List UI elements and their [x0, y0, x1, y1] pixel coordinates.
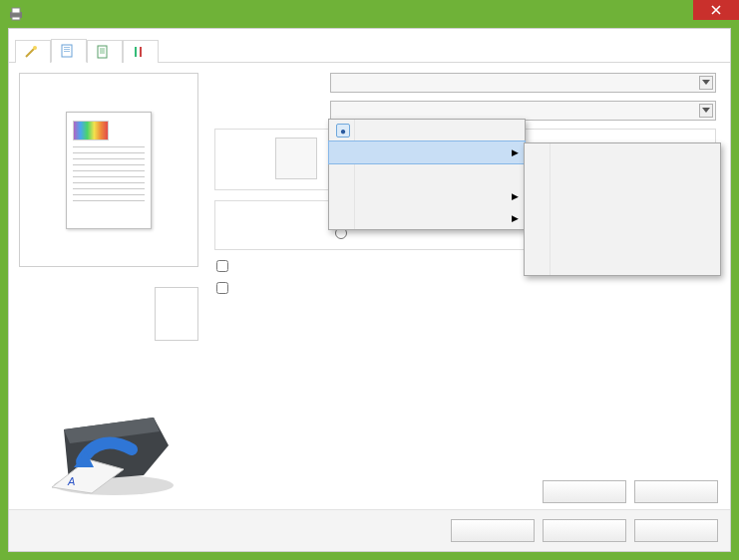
- media-type-menu[interactable]: ● ▶ ▶ ▶: [328, 119, 526, 230]
- svg-rect-8: [98, 46, 107, 58]
- photo-paper-submenu[interactable]: [524, 142, 721, 276]
- svg-rect-5: [64, 47, 70, 48]
- tabstrip: [9, 29, 730, 63]
- svg-rect-1: [12, 8, 20, 13]
- menu-item-plain-paper[interactable]: ●: [329, 120, 525, 141]
- preview-checkbox[interactable]: [216, 282, 716, 294]
- close-icon: [711, 5, 721, 15]
- menu-item-envelope[interactable]: [329, 163, 525, 185]
- svg-rect-6: [64, 49, 70, 50]
- paper-source-combo[interactable]: [330, 101, 716, 121]
- svg-point-3: [33, 46, 37, 50]
- page-icon: [96, 45, 110, 59]
- submenu-arrow-icon: ▶: [512, 191, 519, 201]
- cancel-button[interactable]: [543, 519, 626, 542]
- menu-item-pro-platinum[interactable]: [525, 165, 720, 187]
- page-preview-sheet: [66, 112, 152, 229]
- close-button[interactable]: [693, 0, 739, 20]
- document-icon: [60, 44, 74, 58]
- menu-item-photo-paper[interactable]: ▶: [329, 141, 525, 163]
- tab-quick-setup[interactable]: [15, 40, 51, 63]
- check-icon: ●: [336, 124, 350, 138]
- printer-icon: [8, 6, 24, 22]
- svg-rect-9: [135, 47, 137, 57]
- tab-maintenance[interactable]: [123, 40, 159, 63]
- menu-item-hagaki[interactable]: ▶: [329, 185, 525, 207]
- tab-main[interactable]: [51, 39, 87, 63]
- client-area: A: [8, 28, 731, 552]
- printer-illustration: A: [34, 390, 184, 499]
- submenu-arrow-icon: ▶: [512, 147, 519, 157]
- wand-icon: [24, 45, 38, 59]
- menu-item-other-paper[interactable]: ▶: [329, 207, 525, 229]
- media-type-combo[interactable]: [330, 73, 716, 93]
- tools-icon: [132, 45, 146, 59]
- left-column: A: [9, 63, 208, 509]
- svg-rect-7: [64, 51, 70, 52]
- instructions-button[interactable]: [543, 480, 626, 503]
- orientation-thumb[interactable]: [155, 287, 198, 341]
- printer-properties-window: A: [0, 0, 739, 560]
- dialog-footer: [9, 509, 730, 551]
- titlebar: [0, 0, 739, 28]
- help-button[interactable]: [634, 519, 718, 542]
- menu-item-semi-gloss[interactable]: [525, 209, 720, 231]
- menu-item-pro-luster[interactable]: [525, 187, 720, 209]
- chevron-down-icon: [699, 76, 713, 90]
- tab-page[interactable]: [87, 40, 123, 63]
- menu-item-matte[interactable]: [525, 253, 720, 275]
- ok-button[interactable]: [451, 519, 535, 542]
- menu-item-glossy[interactable]: [525, 231, 720, 253]
- svg-rect-10: [140, 47, 142, 57]
- quality-sample-icon: [275, 138, 317, 179]
- page-preview: [19, 73, 198, 267]
- chevron-down-icon: [699, 104, 713, 118]
- menu-item-glossy2[interactable]: [525, 143, 720, 165]
- defaults-button[interactable]: [634, 480, 718, 503]
- submenu-arrow-icon: ▶: [512, 213, 519, 223]
- svg-rect-2: [12, 17, 20, 20]
- svg-text:A: A: [67, 475, 75, 487]
